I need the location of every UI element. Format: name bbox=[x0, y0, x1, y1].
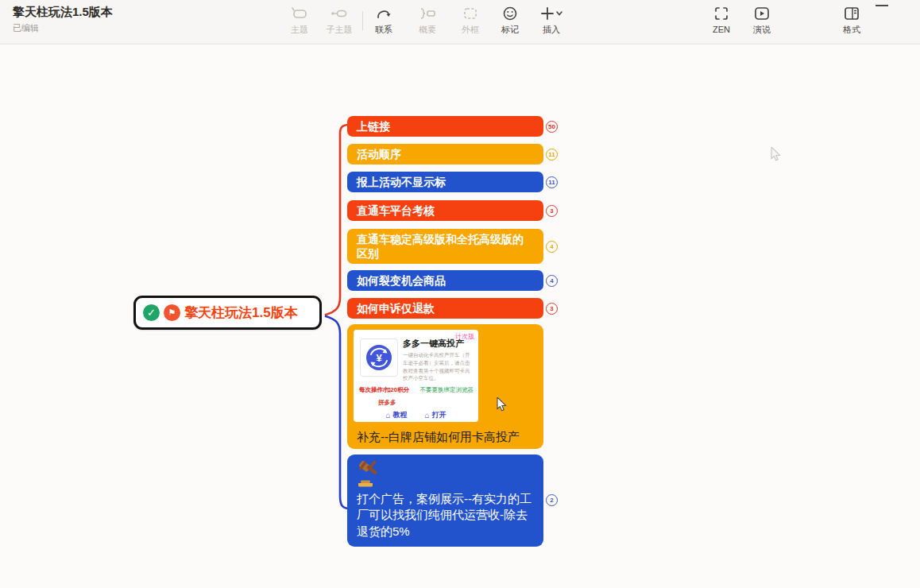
gavel-icon bbox=[355, 461, 384, 491]
mouse-cursor-ghost bbox=[771, 147, 785, 163]
branch-shanglianjie[interactable]: 上链接 bbox=[347, 116, 543, 137]
mindmap-canvas[interactable]: ✓ ⚑ 擎天柱玩法1.5版本 上链接 活动顺序 报上活动不显示标 直通车平台考核… bbox=[0, 45, 920, 588]
marker-smiley-icon bbox=[502, 5, 518, 22]
central-topic-label: 擎天柱玩法1.5版本 bbox=[184, 304, 298, 322]
boundary-icon bbox=[462, 5, 478, 22]
zen-label: ZEN bbox=[713, 25, 730, 34]
toolbar-marker-button[interactable]: 标记 bbox=[489, 5, 531, 34]
toolbar-insert-button[interactable]: 插入 bbox=[531, 5, 572, 34]
branch-zhitongche-kaohe[interactable]: 直通车平台考核 bbox=[347, 200, 543, 221]
red-flag-icon[interactable]: ⚑ bbox=[164, 304, 180, 321]
summary-label: 概要 bbox=[419, 25, 436, 34]
plugin-description: 一键自动化卡高投产开车（开车老手必看）安装后，请点击教程查看第十个视频即可卡高投… bbox=[403, 351, 474, 382]
yuan-sync-icon: ¥ bbox=[363, 342, 395, 373]
toolbar-topic-button[interactable]: 主题 bbox=[279, 5, 320, 34]
badge-count[interactable]: 50 bbox=[546, 121, 558, 133]
relationship-label: 联系 bbox=[375, 25, 392, 34]
branch-liebian-shangpin[interactable]: 如何裂变机会商品 bbox=[347, 270, 543, 291]
branch-ad-daiyunying[interactable]: 打个广告，案例展示--有实力的工厂可以找我们纯佣代运营收-除去退货的5% bbox=[347, 455, 543, 547]
branch-label: 活动顺序 bbox=[357, 147, 401, 161]
top-toolbar: 擎天柱玩法1.5版本 已编辑 主题 子主题 联系 概要 外框 bbox=[0, 0, 920, 44]
insert-label: 插入 bbox=[543, 25, 560, 34]
play-presentation-icon bbox=[753, 5, 771, 22]
boundary-label: 外框 bbox=[462, 25, 479, 34]
tutorial-button-label: 教程 bbox=[393, 410, 408, 420]
ad-node-text: 打个广告，案例展示--有实力的工厂可以找我们纯佣代运营收-除去退货的5% bbox=[357, 491, 537, 540]
badge-number: 3 bbox=[550, 305, 553, 312]
branch-label: 如何申诉仅退款 bbox=[357, 301, 435, 315]
plugin-title: 多多一键高投产 bbox=[403, 338, 464, 350]
badge-number: 4 bbox=[550, 243, 553, 250]
branch-brace-connector bbox=[316, 111, 351, 556]
plugin-binding-note: 不要更换绑定浏览器 bbox=[420, 386, 474, 394]
badge-number: 3 bbox=[550, 207, 553, 215]
badge-count[interactable]: 4 bbox=[546, 275, 558, 287]
summary-icon bbox=[418, 5, 437, 22]
toolbar-relationship-button[interactable]: 联系 bbox=[363, 5, 404, 34]
insert-plus-icon bbox=[539, 5, 563, 22]
plugin-icon-frame: ¥ bbox=[360, 338, 398, 377]
badge-count[interactable]: 11 bbox=[546, 176, 558, 188]
toolbar-boundary-button[interactable]: 外框 bbox=[450, 5, 491, 34]
subtopic-label: 子主题 bbox=[327, 25, 353, 34]
house-icon: ⌂ bbox=[385, 411, 390, 420]
badge-count[interactable]: 3 bbox=[546, 303, 558, 315]
topic-label: 主题 bbox=[291, 25, 308, 34]
plugin-cost-note: 每次操作/扣20积分 bbox=[359, 386, 409, 394]
toolbar-zen-button[interactable]: ZEN bbox=[701, 5, 742, 34]
document-title: 擎天柱玩法1.5版本 bbox=[13, 5, 113, 20]
task-done-icon[interactable]: ✓ bbox=[143, 304, 160, 321]
toolbar-subtopic-button[interactable]: 子主题 bbox=[319, 5, 360, 34]
zen-mode-icon bbox=[713, 5, 730, 22]
open-button-label: 打开 bbox=[432, 410, 446, 420]
badge-number: 4 bbox=[550, 277, 553, 284]
toolbar-format-button[interactable]: 格式 bbox=[831, 5, 872, 34]
badge-count[interactable]: 2 bbox=[546, 494, 558, 506]
branch-label: 直通车平台考核 bbox=[357, 203, 435, 218]
badge-count[interactable]: 4 bbox=[546, 241, 558, 253]
toolbar-pitch-button[interactable]: 演说 bbox=[741, 5, 783, 34]
branch-zhitongche-qubie[interactable]: 直通车稳定高级版和全托高级版的区别 bbox=[347, 229, 543, 264]
open-button[interactable]: ⌂打开 bbox=[425, 410, 446, 420]
badge-number: 2 bbox=[550, 497, 553, 504]
svg-text:¥: ¥ bbox=[376, 352, 382, 364]
format-panel-icon bbox=[843, 5, 860, 22]
pitch-label: 演说 bbox=[753, 25, 771, 34]
branch-huodong-shunxu[interactable]: 活动顺序 bbox=[347, 144, 543, 164]
subtopic-icon bbox=[331, 5, 348, 22]
embedded-plugin-screenshot[interactable]: 计次版 ¥ 多多一键高投产 一键自动化卡高投产开车（开车老手必看）安装后，请点击… bbox=[354, 330, 478, 422]
relationship-icon bbox=[375, 5, 392, 22]
branch-label: 如何裂变机会商品 bbox=[357, 273, 446, 288]
image-node-caption: 补充--白牌店铺如何用卡高投产 bbox=[357, 430, 520, 445]
toolbar-summary-button[interactable]: 概要 bbox=[407, 5, 448, 34]
tutorial-button[interactable]: ⌂教程 bbox=[385, 410, 407, 420]
badge-number: 11 bbox=[548, 151, 555, 158]
plugin-platform: 拼多多 bbox=[378, 399, 396, 407]
topic-icon bbox=[291, 5, 308, 22]
branch-baoshang-huodong[interactable]: 报上活动不显示标 bbox=[347, 172, 543, 192]
badge-count[interactable]: 11 bbox=[546, 149, 558, 161]
house-icon: ⌂ bbox=[425, 411, 430, 420]
format-label: 格式 bbox=[843, 25, 860, 34]
branch-label: 直通车稳定高级版和全托高级版的区别 bbox=[357, 232, 534, 261]
central-topic[interactable]: ✓ ⚑ 擎天柱玩法1.5版本 bbox=[133, 296, 322, 330]
save-status: 已编辑 bbox=[13, 22, 39, 34]
branch-label: 上链接 bbox=[357, 119, 390, 133]
branch-shensu-tuikuan[interactable]: 如何申诉仅退款 bbox=[347, 298, 543, 319]
branch-label: 报上活动不显示标 bbox=[357, 175, 446, 189]
window-minimize-dash[interactable] bbox=[876, 5, 888, 6]
badge-count[interactable]: 3 bbox=[546, 205, 558, 217]
badge-number: 11 bbox=[548, 179, 555, 186]
badge-number: 50 bbox=[548, 123, 555, 130]
marker-label: 标记 bbox=[501, 25, 519, 34]
branch-buchong-gaotouchan[interactable]: 计次版 ¥ 多多一键高投产 一键自动化卡高投产开车（开车老手必看）安装后，请点击… bbox=[347, 324, 543, 449]
